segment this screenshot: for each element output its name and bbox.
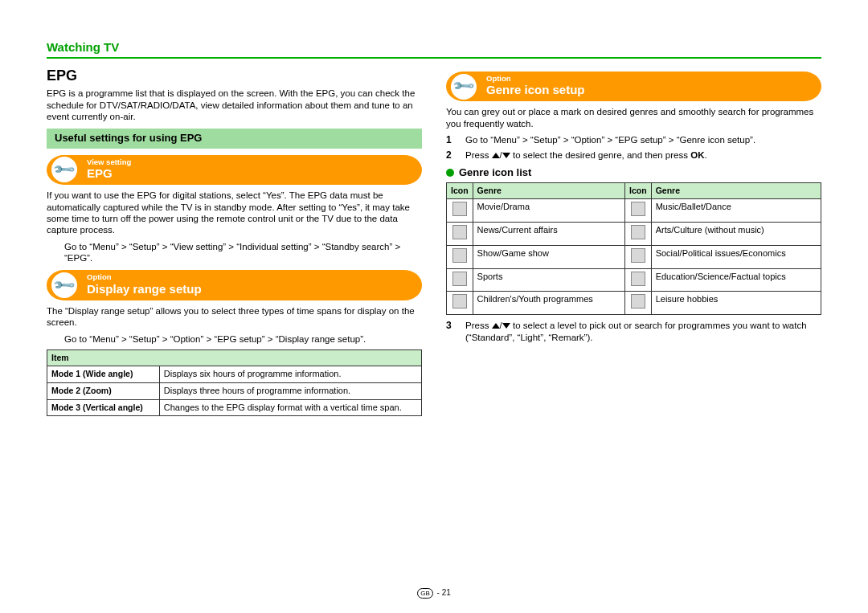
step-number: 2 — [446, 149, 457, 161]
step-number: 3 — [446, 320, 457, 343]
step-number: 1 — [446, 134, 457, 146]
step-text: Go to “Menu” > “Setup” > “Option” > “EPG… — [465, 134, 821, 146]
genre-icon — [452, 202, 467, 216]
table-header: Genre — [651, 183, 821, 199]
wrench-icon: 🔧 — [50, 155, 79, 184]
table-header: Genre — [473, 183, 624, 199]
epg-description: If you want to use the EPG for digital s… — [47, 190, 422, 236]
pill-overline: View setting — [87, 158, 409, 166]
step-text: Press / to select a level to pick out or… — [465, 320, 821, 343]
pill-overline: Option — [486, 75, 809, 83]
pill-genre-icon-setup: 🔧 Option Genre icon setup — [446, 72, 821, 102]
genre-icon — [452, 225, 467, 239]
table-header: Icon — [625, 183, 652, 199]
genre-icon — [631, 248, 645, 263]
region-badge: GB — [417, 588, 433, 599]
pill-display-range-setup: 🔧 Option Display range setup — [47, 270, 422, 300]
table-header: Icon — [447, 183, 473, 199]
pill-title: EPG — [87, 166, 409, 181]
genre-icon — [631, 202, 645, 216]
display-range-table: Item Mode 1 (Wide angle)Displays six hou… — [47, 349, 422, 416]
step-list: 1Go to “Menu” > “Setup” > “Option” > “EP… — [446, 134, 821, 161]
section-header: Watching TV — [47, 40, 821, 59]
genre-icon — [452, 294, 467, 309]
wrench-icon: 🔧 — [449, 72, 478, 101]
table-row: Mode 3 (Vertical angle)Changes to the EP… — [47, 399, 422, 416]
genre-intro-text: You can grey out or place a mark on desi… — [446, 106, 821, 129]
pill-title: Display range setup — [87, 282, 409, 296]
table-row: Mode 1 (Wide angle)Displays six hours of… — [47, 366, 422, 383]
genre-icon — [631, 294, 645, 309]
two-column-layout: EPG EPG is a programme list that is disp… — [47, 65, 821, 531]
genre-icon — [631, 272, 645, 286]
manual-page: Watching TV EPG EPG is a programme list … — [0, 0, 868, 613]
table-row: Movie/DramaMusic/Ballet/Dance — [447, 199, 821, 223]
pill-overline: Option — [87, 273, 409, 281]
page-title: EPG — [47, 67, 422, 85]
down-arrow-icon — [502, 153, 510, 158]
down-arrow-icon — [502, 323, 510, 329]
genre-icon — [631, 225, 645, 239]
up-arrow-icon — [492, 323, 500, 329]
page-footer: GB - 21 — [0, 588, 868, 599]
wrench-icon: 🔧 — [50, 271, 79, 300]
table-row: Mode 2 (Zoom)Displays three hours of pro… — [47, 382, 422, 399]
genre-icon — [452, 248, 467, 263]
pill-title: Genre icon setup — [486, 83, 809, 97]
page-number: 21 — [442, 588, 451, 597]
genre-icon-table: Icon Genre Icon Genre Movie/DramaMusic/B… — [446, 182, 821, 315]
drs-menu-path: Go to “Menu” > “Setup” > “Option” > “EPG… — [47, 333, 422, 345]
step-list: 3Press / to select a level to pick out o… — [446, 320, 821, 343]
epg-intro-text: EPG is a programme list that is displaye… — [47, 88, 422, 122]
epg-menu-path: Go to “Menu” > “Setup” > “View setting” … — [47, 241, 422, 264]
step-text: Press / to select the desired genre, and… — [465, 149, 821, 161]
up-arrow-icon — [492, 153, 500, 158]
drs-description: The “Display range setup” allows you to … — [47, 305, 422, 329]
table-header: Item — [47, 350, 422, 366]
genre-icon — [452, 272, 467, 286]
bullet-icon — [446, 169, 454, 177]
table-row: Show/Game showSocial/Political issues/Ec… — [447, 245, 821, 268]
table-row: Children's/Youth programmesLeisure hobbi… — [447, 292, 821, 315]
table-row: News/Current affairsArts/Culture (withou… — [447, 223, 821, 246]
genre-icon-list-heading: Genre icon list — [446, 166, 821, 179]
pill-view-setting-epg: 🔧 View setting EPG — [47, 155, 422, 186]
table-row: SportsEducation/Science/Factual topics — [447, 268, 821, 292]
subsection-bar: Useful settings for using EPG — [47, 129, 422, 148]
